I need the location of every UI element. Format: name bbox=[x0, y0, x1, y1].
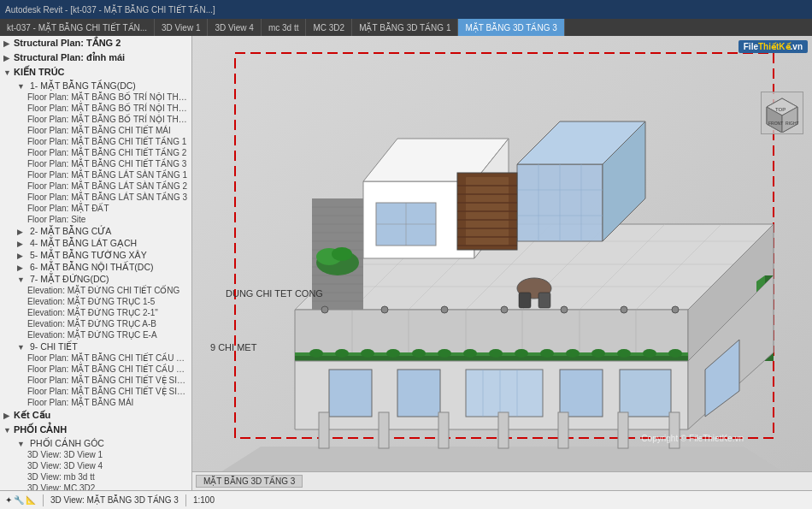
tree-mat-bang-noi-that[interactable]: ▶ 6- MẶT BẰNG NỘI THẤT(DC) bbox=[0, 261, 191, 273]
svg-point-41 bbox=[668, 349, 682, 358]
brand-thiết-kế: ThiếtKế bbox=[758, 42, 791, 51]
tab-bar: kt-037 - MẶT BẰNG CHI TIẾT TẦN... 3D Vie… bbox=[0, 19, 812, 36]
tree-structural-tang2[interactable]: ▶ Structural Plan: TẦNG 2 bbox=[0, 36, 191, 50]
tree-structural-dinh-mai[interactable]: ▶ Structural Plan: đỉnh mái bbox=[0, 50, 191, 65]
tree-fp-chi-tiet-cau-thanh2[interactable]: Floor Plan: MẶT BẰNG CHI TIẾT CẦU THAN bbox=[0, 364, 191, 375]
svg-text:DUNG CHI TET CONG: DUNG CHI TET CONG bbox=[226, 288, 323, 299]
tab-mb-tang1[interactable]: MẶT BẰNG 3D TẦNG 1 bbox=[352, 19, 458, 36]
status-icons: ✦ 🔧 📐 bbox=[5, 495, 36, 505]
svg-point-83 bbox=[332, 247, 352, 261]
tree-fp-vs-wc2[interactable]: Floor Plan: MẶT BẰNG CHI TIẾT VỆ SINH W bbox=[0, 386, 191, 397]
svg-rect-99 bbox=[620, 370, 671, 417]
tree-kien-truc[interactable]: ▼ KIẾN TRÚC bbox=[0, 65, 191, 80]
tree-fp-chi-tiet-cau-thanh1[interactable]: Floor Plan: MẶT BẰNG CHI TIẾT CẦU THAN bbox=[0, 352, 191, 364]
tree-fp-site[interactable]: Floor Plan: Site bbox=[0, 214, 191, 225]
svg-rect-96 bbox=[397, 370, 440, 417]
tree-chi-tiet[interactable]: ▼ 9- CHI TIẾT bbox=[0, 340, 191, 352]
tab-3d-view4[interactable]: 3D View 4 bbox=[208, 19, 261, 36]
svg-point-38 bbox=[591, 349, 605, 358]
svg-point-40 bbox=[643, 349, 656, 358]
app-title: Autodesk Revit - [kt-037 - MẶT BẰNG CHI … bbox=[5, 5, 215, 15]
structural-tang2-label: Structural Plan: TẦNG 2 bbox=[14, 38, 121, 49]
svg-text:TOP: TOP bbox=[775, 107, 786, 112]
tree-fp-lat-san-tang3[interactable]: Floor Plan: MẶT BẰNG LÁT SÀN TẦNG 3 bbox=[0, 192, 191, 203]
svg-point-33 bbox=[463, 349, 477, 358]
tree-3d-view-1[interactable]: 3D View: 3D View 1 bbox=[0, 449, 191, 460]
tree-mat-bang-tuong-xay[interactable]: ▶ 5- MẶT BẰNG TƯỜNG XÂY bbox=[0, 249, 191, 261]
tree-fp-chi-tiet-tang2[interactable]: Floor Plan: MẶT BẰNG CHI TIẾT TẦNG 2 bbox=[0, 147, 191, 158]
tree-ket-cau[interactable]: ▶ Kết Cấu bbox=[0, 408, 191, 423]
svg-point-29 bbox=[361, 349, 374, 358]
svg-rect-103 bbox=[319, 412, 329, 448]
tree-elev-chi-tiet-cong[interactable]: Elevation: MẶT ĐỨNG CHI TIẾT CỔNG bbox=[0, 285, 191, 296]
svg-point-88 bbox=[381, 306, 388, 313]
svg-rect-108 bbox=[618, 412, 628, 448]
svg-text:9 CHI MET: 9 CHI MET bbox=[210, 342, 257, 352]
svg-point-30 bbox=[386, 349, 400, 358]
svg-text:FRONT: FRONT bbox=[768, 121, 783, 126]
kien-truc-label: KIẾN TRÚC bbox=[14, 67, 65, 78]
status-separator-2 bbox=[185, 494, 186, 506]
tree-mat-dung-dc[interactable]: ▼ 7- MẶT ĐỨNG(DC) bbox=[0, 273, 191, 285]
nav-cube-svg: TOP FRONT RIGHT bbox=[763, 94, 802, 133]
tree-fp-lat-san-tang2[interactable]: Floor Plan: MẶT BẰNG LÁT SÀN TẦNG 2 bbox=[0, 181, 191, 192]
svg-rect-98 bbox=[560, 370, 603, 417]
status-text: 3D View: MẶT BẰNG 3D TẦNG 3 bbox=[50, 495, 179, 505]
tree-fp-chi-tiet-tang1[interactable]: Floor Plan: MẶT BẰNG CHI TIẾT TẦNG 1 bbox=[0, 136, 191, 147]
svg-point-32 bbox=[438, 349, 451, 358]
svg-point-89 bbox=[441, 306, 448, 313]
tree-3d-view-4[interactable]: 3D View: 3D View 4 bbox=[0, 460, 191, 471]
tree-elev-truc-a-b[interactable]: Elevation: MẶT ĐỨNG TRỤC A-B bbox=[0, 318, 191, 329]
svg-point-90 bbox=[501, 306, 508, 313]
expand-arrow-chi-tiet: ▼ bbox=[17, 343, 27, 352]
tree-phoi-canh-goc[interactable]: ▼ PHỐI CẢNH GÓC bbox=[0, 437, 191, 449]
ket-cau-label: Kết Cấu bbox=[14, 410, 50, 421]
tree-fp-lat-san-tang1[interactable]: Floor Plan: MẶT BẰNG LÁT SÀN TẦNG 1 bbox=[0, 169, 191, 181]
expand-arrow-mat-bang: ▼ bbox=[17, 82, 27, 91]
main-layout: ▶ Structural Plan: TẦNG 2 ▶ Structural P… bbox=[0, 36, 812, 490]
svg-rect-106 bbox=[498, 412, 509, 448]
tree-phoi-canh[interactable]: ▼ PHỐI CẢNH bbox=[0, 423, 191, 437]
tree-mat-bang-cua-2[interactable]: ▶ 2- MẶT BẰNG CỬA bbox=[0, 225, 191, 237]
tree-fp-bo-tri-3[interactable]: Floor Plan: MẶT BẰNG BỐ TRÍ NỘI THẤT TÀ bbox=[0, 114, 191, 125]
svg-point-93 bbox=[672, 306, 679, 313]
svg-point-31 bbox=[412, 349, 426, 358]
tree-fp-mai[interactable]: Floor Plan: MẶT BẰNG MÁI bbox=[0, 397, 191, 408]
svg-point-92 bbox=[621, 306, 627, 313]
svg-rect-86 bbox=[538, 293, 550, 308]
top-bar: Autodesk Revit - [kt-037 - MẶT BẰNG CHI … bbox=[0, 0, 812, 19]
tree-fp-vs-wc1[interactable]: Floor Plan: MẶT BẰNG CHI TIẾT VỆ SINH W bbox=[0, 375, 191, 386]
view-tab-mb-tang3[interactable]: MẶT BẰNG 3D TẦNG 3 bbox=[196, 475, 303, 488]
building-3d-view: DUNG CHI TET CONG 9 CHI MET bbox=[192, 36, 812, 490]
expand-arrow-lat: ▶ bbox=[17, 240, 27, 248]
expand-arrow-ket-cau: ▶ bbox=[3, 411, 14, 420]
phoi-canh-label: PHỐI CẢNH bbox=[14, 424, 67, 435]
tree-fp-bo-tri-2[interactable]: Floor Plan: MẶT BẰNG BỐ TRÍ NỘI THẤT TÀ bbox=[0, 103, 191, 114]
svg-rect-85 bbox=[519, 293, 531, 308]
tree-fp-chi-tiet-tang3[interactable]: Floor Plan: MẶT BẰNG CHI TIẾT TẦNG 3 bbox=[0, 158, 191, 169]
tree-elev-truc-2-1[interactable]: Elevation: MẶT ĐỨNG TRỤC 2-1" bbox=[0, 307, 191, 318]
tab-mc-3d-tt[interactable]: mc 3d tt bbox=[262, 19, 307, 36]
navigation-cube[interactable]: TOP FRONT RIGHT bbox=[761, 92, 803, 134]
tree-elev-truc-1-5[interactable]: Elevation: MẶT ĐỨNG TRỤC 1-5 bbox=[0, 296, 191, 307]
status-separator bbox=[43, 494, 44, 506]
svg-rect-107 bbox=[558, 412, 568, 448]
svg-point-37 bbox=[566, 349, 580, 358]
expand-arrow-phoi-goc: ▼ bbox=[17, 440, 27, 448]
tab-mb-tang3[interactable]: MẶT BẰNG 3D TẦNG 3 bbox=[458, 19, 564, 36]
tree-elev-truc-e-a[interactable]: Elevation: MẶT ĐỨNG TRỤC E-A bbox=[0, 329, 191, 340]
svg-point-39 bbox=[617, 349, 631, 358]
svg-rect-95 bbox=[329, 370, 372, 417]
svg-point-91 bbox=[561, 306, 568, 313]
tree-fp-chi-tiet-mai[interactable]: Floor Plan: MẶT BẰNG CHI TIẾT MÁI bbox=[0, 125, 191, 136]
tab-3d-view1[interactable]: 3D View 1 bbox=[155, 19, 208, 36]
left-panel[interactable]: ▶ Structural Plan: TẦNG 2 ▶ Structural P… bbox=[0, 36, 192, 490]
tab-mc-3d2[interactable]: MC 3D2 bbox=[306, 19, 352, 36]
tree-mat-bang-tang-dc[interactable]: ▼ 1- MẶT BẰNG TẦNG(DC) bbox=[0, 80, 191, 92]
tree-3d-mc-3d2[interactable]: 3D View: MC 3D2 bbox=[0, 482, 191, 490]
tree-mat-bang-lat-gach[interactable]: ▶ 4- MẶT BẰNG LÁT GẠCH bbox=[0, 237, 191, 249]
tab-mat-bang[interactable]: kt-037 - MẶT BẰNG CHI TIẾT TẦN... bbox=[0, 19, 155, 36]
tree-3d-mb-3d-tt[interactable]: 3D View: mb 3d tt bbox=[0, 471, 191, 482]
tree-fp-bo-tri-1[interactable]: Floor Plan: MẶT BẰNG BỐ TRÍ NỘI THẤT TÀ bbox=[0, 92, 191, 103]
tree-fp-mat-dat[interactable]: Floor Plan: MẶT ĐẤT bbox=[0, 203, 191, 214]
